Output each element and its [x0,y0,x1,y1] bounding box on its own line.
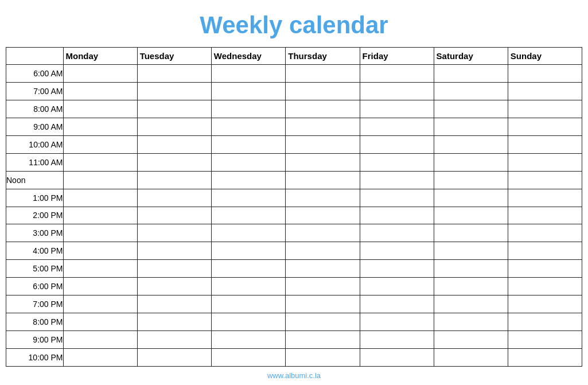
calendar-cell[interactable] [360,224,434,242]
calendar-cell[interactable] [137,153,211,171]
calendar-cell[interactable] [434,171,508,189]
calendar-cell[interactable] [508,349,582,367]
calendar-cell[interactable] [63,153,137,171]
calendar-cell[interactable] [211,278,285,295]
calendar-cell[interactable] [508,65,582,83]
calendar-cell[interactable] [137,260,211,278]
calendar-cell[interactable] [360,171,434,189]
calendar-cell[interactable] [63,118,137,135]
calendar-cell[interactable] [434,153,508,171]
calendar-cell[interactable] [211,331,285,349]
calendar-cell[interactable] [137,313,211,331]
calendar-cell[interactable] [137,189,211,207]
calendar-cell[interactable] [63,331,137,349]
calendar-cell[interactable] [360,295,434,313]
calendar-cell[interactable] [508,118,582,135]
calendar-cell[interactable] [434,118,508,135]
calendar-cell[interactable] [286,118,360,135]
calendar-cell[interactable] [63,82,137,100]
calendar-cell[interactable] [137,242,211,260]
calendar-cell[interactable] [286,207,360,224]
calendar-cell[interactable] [286,349,360,367]
calendar-cell[interactable] [508,153,582,171]
calendar-cell[interactable] [360,260,434,278]
calendar-cell[interactable] [434,260,508,278]
calendar-cell[interactable] [63,100,137,118]
calendar-cell[interactable] [137,207,211,224]
calendar-cell[interactable] [360,118,434,135]
calendar-cell[interactable] [434,295,508,313]
calendar-cell[interactable] [137,82,211,100]
calendar-cell[interactable] [434,242,508,260]
calendar-cell[interactable] [211,224,285,242]
calendar-cell[interactable] [211,153,285,171]
calendar-cell[interactable] [360,100,434,118]
calendar-cell[interactable] [211,65,285,83]
calendar-cell[interactable] [434,65,508,83]
calendar-cell[interactable] [137,349,211,367]
calendar-cell[interactable] [360,313,434,331]
calendar-cell[interactable] [63,349,137,367]
calendar-cell[interactable] [286,278,360,295]
calendar-cell[interactable] [286,171,360,189]
calendar-cell[interactable] [137,278,211,295]
calendar-cell[interactable] [63,260,137,278]
calendar-cell[interactable] [360,349,434,367]
calendar-cell[interactable] [508,260,582,278]
calendar-cell[interactable] [508,313,582,331]
calendar-cell[interactable] [434,82,508,100]
calendar-cell[interactable] [211,260,285,278]
calendar-cell[interactable] [360,153,434,171]
calendar-cell[interactable] [434,207,508,224]
calendar-cell[interactable] [137,118,211,135]
calendar-cell[interactable] [360,189,434,207]
calendar-cell[interactable] [63,313,137,331]
calendar-cell[interactable] [508,295,582,313]
calendar-cell[interactable] [286,65,360,83]
calendar-cell[interactable] [508,135,582,153]
calendar-cell[interactable] [63,295,137,313]
calendar-cell[interactable] [360,242,434,260]
calendar-cell[interactable] [360,278,434,295]
calendar-cell[interactable] [63,242,137,260]
calendar-cell[interactable] [286,260,360,278]
calendar-cell[interactable] [286,331,360,349]
calendar-cell[interactable] [434,100,508,118]
calendar-cell[interactable] [286,135,360,153]
calendar-cell[interactable] [63,224,137,242]
calendar-cell[interactable] [434,349,508,367]
calendar-cell[interactable] [286,242,360,260]
calendar-cell[interactable] [508,100,582,118]
calendar-cell[interactable] [137,135,211,153]
calendar-cell[interactable] [360,135,434,153]
calendar-cell[interactable] [434,224,508,242]
calendar-cell[interactable] [360,65,434,83]
calendar-cell[interactable] [508,242,582,260]
calendar-cell[interactable] [360,331,434,349]
calendar-cell[interactable] [137,65,211,83]
calendar-cell[interactable] [434,313,508,331]
calendar-cell[interactable] [63,278,137,295]
calendar-cell[interactable] [508,207,582,224]
calendar-cell[interactable] [63,135,137,153]
calendar-cell[interactable] [63,189,137,207]
calendar-cell[interactable] [508,171,582,189]
calendar-cell[interactable] [286,153,360,171]
calendar-cell[interactable] [508,82,582,100]
calendar-cell[interactable] [508,189,582,207]
calendar-cell[interactable] [137,295,211,313]
calendar-cell[interactable] [211,100,285,118]
calendar-cell[interactable] [211,207,285,224]
calendar-cell[interactable] [286,313,360,331]
calendar-cell[interactable] [211,295,285,313]
calendar-cell[interactable] [137,224,211,242]
calendar-cell[interactable] [508,224,582,242]
calendar-cell[interactable] [434,135,508,153]
calendar-cell[interactable] [360,207,434,224]
calendar-cell[interactable] [508,278,582,295]
calendar-cell[interactable] [434,278,508,295]
calendar-cell[interactable] [211,135,285,153]
calendar-cell[interactable] [286,100,360,118]
calendar-cell[interactable] [63,207,137,224]
calendar-cell[interactable] [434,331,508,349]
